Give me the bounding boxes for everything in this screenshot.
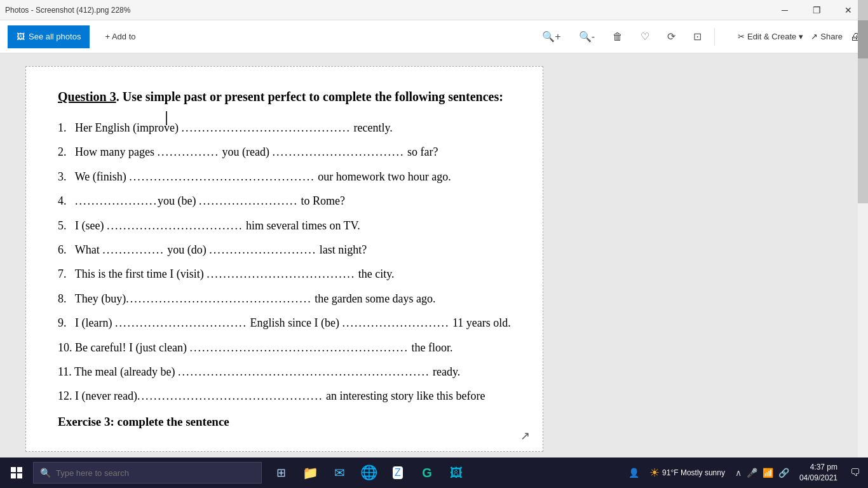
photos-taskbar-icon: 🖼 (450, 466, 463, 480)
list-item: 2. How many pages ............... you (r… (58, 142, 511, 162)
share-icon: ↗ (811, 32, 818, 41)
file-explorer-icon: 📁 (302, 465, 318, 480)
main-content: Question 3. Use simple past or present p… (0, 53, 858, 458)
photos-taskbar-button[interactable]: 🖼 (442, 458, 470, 488)
zoom-out-button[interactable]: 🔍- (576, 28, 597, 45)
title-bar: Photos - Screenshot (412).png 228% ─ ❐ ✕ (0, 0, 868, 20)
list-item: 10. Be careful! I (just clean) .........… (58, 337, 511, 358)
task-view-button[interactable]: ⊞ (267, 458, 295, 488)
up-arrow-icon[interactable]: ∧ (735, 468, 742, 478)
wifi-icon[interactable]: 📶 (763, 468, 773, 478)
sentences-list: 1. Her English (improve) ...............… (58, 118, 511, 407)
question-heading-rest: . Use simple past or present perfect to … (116, 90, 503, 104)
start-button[interactable] (0, 458, 33, 488)
search-input[interactable] (56, 468, 255, 478)
list-item: 1. Her English (improve) ...............… (58, 118, 511, 138)
add-to-button[interactable]: + Add to (100, 25, 140, 48)
task-view-icon: ⊞ (276, 466, 286, 480)
zoom-icon: Z (393, 466, 403, 479)
see-all-photos-button[interactable]: 🖼 See all photos (8, 25, 90, 48)
edit-create-chevron: ▾ (799, 32, 803, 41)
share-label: Share (820, 32, 843, 41)
toolbar-right: ✂ Edit & Create ▾ ↗ Share 🖨 (738, 31, 860, 43)
zoom-button[interactable]: Z (384, 458, 412, 488)
notification-icon: 🗨 (850, 467, 860, 478)
list-item: 5. I (see) .............................… (58, 215, 511, 236)
see-all-photos-label: See all photos (29, 32, 81, 41)
grammarly-icon: G (422, 466, 432, 480)
taskbar-apps: ⊞ 📁 ✉ 🌐 Z G 🖼 (267, 458, 470, 488)
scrollbar-right[interactable] (858, 0, 868, 203)
zoom-in-button[interactable]: 🔍+ (539, 28, 563, 45)
mail-icon: ✉ (334, 465, 345, 480)
grammarly-button[interactable]: G (413, 458, 441, 488)
people-icon[interactable]: 👤 (628, 468, 639, 478)
exercise-footer: Exercise 3: complete the sentence (58, 412, 511, 432)
weather-area[interactable]: ☀ 91°F Mostly sunny (644, 466, 730, 480)
photos-toolbar: 🖼 See all photos + Add to 🔍+ 🔍- 🗑 ♡ ⟳ ⊡ … (0, 20, 868, 53)
mic-icon[interactable]: 🎤 (747, 468, 757, 478)
toolbar-divider (714, 28, 715, 46)
notification-button[interactable]: 🗨 (848, 458, 863, 488)
search-icon: 🔍 (40, 468, 51, 478)
taskbar: 🔍 ⊞ 📁 ✉ 🌐 Z G 🖼 👤 ☀ 91°F Mostly sun (0, 458, 868, 488)
edit-create-button[interactable]: ✂ Edit & Create ▾ (738, 32, 803, 41)
delete-button[interactable]: 🗑 (610, 29, 625, 45)
taskbar-clock[interactable]: 4:37 pm 04/09/2021 (794, 462, 843, 484)
document: Question 3. Use simple past or present p… (25, 66, 543, 452)
resize-arrow[interactable]: ↗ (520, 426, 530, 446)
windows-icon (11, 467, 22, 478)
list-item: 3. We (finish) .........................… (58, 166, 511, 187)
text-cursor (166, 111, 167, 125)
scrollbar-thumb[interactable] (858, 20, 868, 58)
photos-icon: 🖼 (17, 32, 25, 41)
weather-icon: ☀ (649, 466, 660, 480)
list-item: 8. They (buy)...........................… (58, 288, 511, 309)
crop-button[interactable]: ⊡ (691, 28, 704, 45)
favorite-button[interactable]: ♡ (638, 28, 652, 45)
edit-create-icon: ✂ (738, 32, 745, 41)
list-item: 6. What ............... you (do) .......… (58, 240, 511, 260)
edge-button[interactable]: 🌐 (355, 458, 383, 488)
list-item: 11. The meal (already be) ..............… (58, 362, 511, 382)
rotate-button[interactable]: ⟳ (665, 28, 678, 45)
time-display: 4:37 pm (799, 462, 837, 473)
network-icon[interactable]: 🔗 (778, 468, 789, 478)
search-bar[interactable]: 🔍 (33, 462, 262, 484)
list-item: 7. This is the first time I (visit) ....… (58, 264, 511, 284)
list-item: 12. I (never read)......................… (58, 386, 511, 406)
file-explorer-button[interactable]: 📁 (296, 458, 324, 488)
question-heading-bold: Question 3 (58, 90, 116, 104)
toolbar-icons: 🔍+ 🔍- 🗑 ♡ ⟳ ⊡ (539, 28, 704, 45)
edit-create-label: Edit & Create (747, 32, 796, 41)
title-text: Photos - Screenshot (412).png 228% (5, 6, 130, 15)
weather-text: 91°F Mostly sunny (662, 468, 725, 477)
add-to-label: + Add to (105, 32, 135, 41)
date-display: 04/09/2021 (799, 473, 837, 484)
question-heading: Question 3. Use simple past or present p… (58, 86, 511, 107)
list-item: 4. ....................you (be) ........… (58, 191, 511, 211)
system-tray: 👤 ☀ 91°F Mostly sunny ∧ 🎤 📶 🔗 4:37 pm 04… (628, 458, 868, 488)
maximize-button[interactable]: ❐ (802, 0, 831, 20)
list-item: 9. I (learn) ...........................… (58, 313, 511, 333)
edge-icon: 🌐 (360, 464, 377, 481)
mail-button[interactable]: ✉ (325, 458, 353, 488)
minimize-button[interactable]: ─ (770, 0, 799, 20)
share-button[interactable]: ↗ Share (811, 32, 843, 41)
